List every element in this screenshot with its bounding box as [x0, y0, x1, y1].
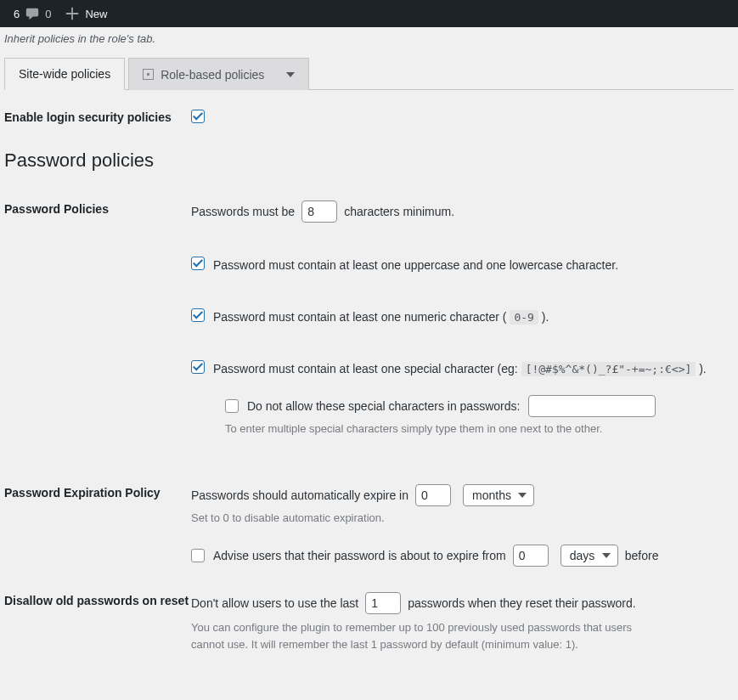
expiration-label: Password Expiration Policy — [4, 484, 191, 500]
special-char-label: Password must contain at least one speci… — [213, 360, 707, 378]
disallow-label: Disallow old passwords on reset — [4, 592, 191, 607]
advise-checkbox[interactable] — [191, 549, 205, 562]
numeric-label: Password must contain at least one numer… — [213, 308, 549, 326]
tab-rolebased-label: Role-based policies — [161, 68, 264, 82]
disallow-prefix: Don't allow users to use the last — [191, 596, 358, 610]
comment-icon — [25, 6, 40, 21]
lock-icon — [143, 69, 154, 80]
password-policies-label: Password Policies — [4, 200, 191, 216]
disallow-suffix: passwords when they reset their password… — [408, 596, 635, 610]
disallow-help: You can configure the plugin to remember… — [191, 619, 667, 652]
numeric-checkbox[interactable] — [191, 308, 205, 322]
comments-count-label: 6 — [14, 8, 20, 20]
disallow-special-label: Do not allow these special characters in… — [247, 399, 520, 413]
updates-count-label: 0 — [45, 8, 51, 20]
row-expiration: Password Expiration Policy Passwords sho… — [4, 484, 734, 567]
tabs: Site-wide policies Role-based policies — [4, 57, 734, 90]
disallow-special-help: To enter multiple special characters sim… — [225, 422, 734, 435]
tab-rolebased[interactable]: Role-based policies — [128, 58, 309, 90]
advise-suffix: before — [625, 549, 659, 562]
new-label: New — [85, 8, 107, 20]
disallow-special-checkbox[interactable] — [225, 399, 239, 413]
expire-prefix: Passwords should automatically expire in — [191, 488, 408, 502]
min-chars-input[interactable] — [301, 200, 337, 223]
min-prefix: Passwords must be — [191, 205, 295, 218]
special-code: [!@#$%^&*()_?£"-+=~;:€<>] — [521, 362, 696, 376]
uppercase-lowercase-label: Password must contain at least one upper… — [213, 257, 618, 274]
expire-help: Set to 0 to disable automatic expiration… — [191, 511, 734, 524]
min-suffix: characters minimum. — [344, 205, 454, 218]
advise-prefix: Advise users that their password is abou… — [213, 549, 506, 562]
expire-unit-select[interactable]: months — [463, 484, 534, 506]
admin-bar-new[interactable]: New — [58, 6, 114, 21]
admin-bar-comments[interactable]: 6 0 — [7, 6, 58, 21]
row-password-policies: Password Policies Passwords must be char… — [4, 200, 734, 450]
tab-sitewide[interactable]: Site-wide policies — [4, 58, 125, 90]
disallow-count-input[interactable] — [365, 592, 401, 614]
row-disallow-old: Disallow old passwords on reset Don't al… — [4, 592, 734, 652]
plus-icon — [65, 6, 80, 21]
expire-value-input[interactable] — [415, 484, 451, 506]
disallow-special-input[interactable] — [528, 395, 656, 417]
section-heading-password-policies: Password policies — [4, 150, 734, 172]
chevron-down-icon — [286, 72, 295, 77]
enable-label: Enable login security policies — [4, 109, 191, 124]
admin-bar: 6 0 New — [0, 0, 738, 27]
uppercase-lowercase-checkbox[interactable] — [191, 257, 205, 270]
numeric-code: 0-9 — [510, 310, 538, 325]
advise-value-input[interactable] — [513, 545, 549, 567]
advise-unit-select[interactable]: days — [561, 545, 618, 567]
special-char-checkbox[interactable] — [191, 360, 205, 374]
inherit-hint: Inherit policies in the role's tab. — [4, 32, 734, 45]
enable-checkbox[interactable] — [191, 110, 205, 123]
tab-sitewide-label: Site-wide policies — [19, 67, 110, 81]
row-enable: Enable login security policies — [4, 109, 734, 124]
